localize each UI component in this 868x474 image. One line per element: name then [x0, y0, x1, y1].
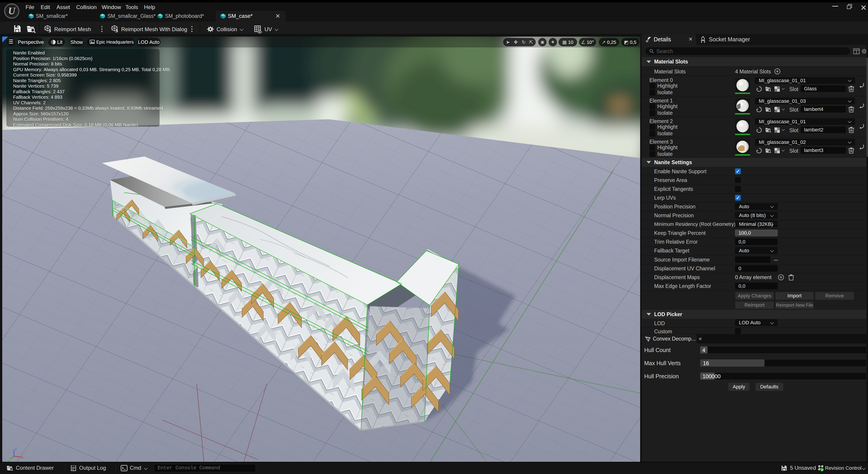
svg-text:x: x [21, 455, 23, 459]
svg-text:z: z [15, 446, 17, 451]
svg-text:U: U [8, 5, 16, 16]
svg-text:*: * [785, 465, 786, 469]
svg-text:y: y [8, 459, 10, 462]
